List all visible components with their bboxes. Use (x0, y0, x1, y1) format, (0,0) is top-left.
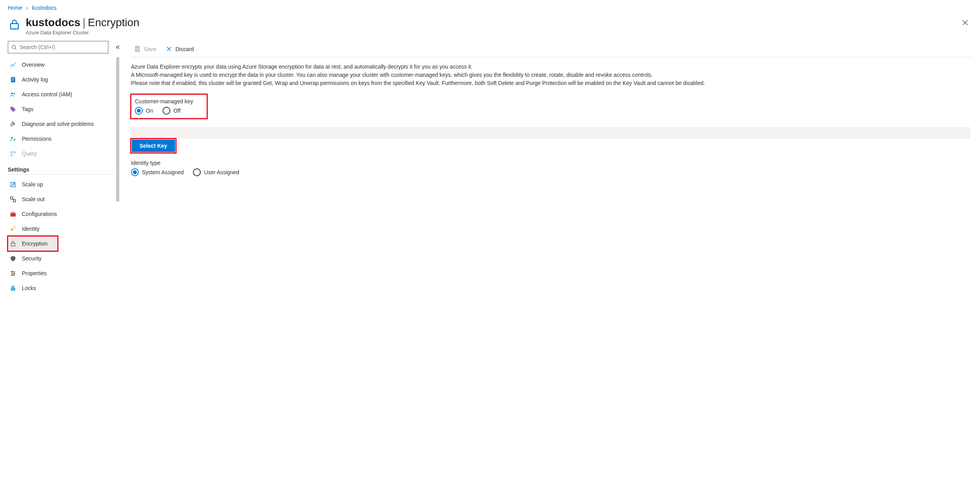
svg-rect-21 (136, 46, 139, 48)
svg-rect-14 (11, 213, 16, 216)
svg-rect-0 (11, 24, 18, 29)
radio-icon (193, 168, 201, 176)
sidebar-item-overview[interactable]: Overview (8, 57, 122, 72)
collapse-sidebar-button[interactable] (114, 43, 122, 51)
sidebar-item-configurations[interactable]: Configurations (8, 207, 122, 221)
svg-rect-22 (136, 49, 139, 51)
radio-label: Off (173, 108, 180, 114)
radio-icon (131, 168, 139, 176)
svg-rect-2 (11, 77, 15, 82)
breadcrumb-home[interactable]: Home (8, 5, 22, 11)
sidebar-item-label: Configurations (22, 211, 57, 217)
svg-point-7 (14, 139, 15, 140)
lock-small-icon (9, 240, 16, 247)
sidebar-item-label: Encryption (22, 241, 48, 247)
sidebar-item-identity[interactable]: Identity (8, 221, 122, 236)
svg-point-1 (12, 45, 16, 48)
sidebar-item-label: Security (22, 255, 42, 262)
svg-rect-12 (11, 197, 13, 199)
svg-rect-9 (13, 151, 15, 153)
discard-button[interactable]: Discard (163, 44, 197, 54)
sidebar-item-label: Query (22, 150, 37, 157)
search-box[interactable] (8, 41, 108, 53)
sidebar-item-label: Properties (22, 270, 47, 276)
close-icon (962, 19, 969, 26)
radio-label: User Assigned (204, 169, 239, 175)
radio-cmk-on[interactable]: On (135, 107, 153, 115)
radio-identity-system[interactable]: System Assigned (131, 168, 184, 176)
sidebar-item-label: Permissions (22, 136, 51, 142)
sidebar-item-permissions[interactable]: Permissions (8, 131, 122, 146)
page-title-section: Encryption (88, 16, 139, 28)
radio-label: System Assigned (142, 169, 184, 175)
people-key-icon (9, 135, 16, 142)
svg-point-6 (11, 137, 12, 138)
svg-point-5 (11, 108, 12, 108)
search-input[interactable] (19, 44, 105, 50)
breadcrumb: Home › kustodocs (0, 0, 980, 14)
sidebar-item-tags[interactable]: Tags (8, 102, 122, 117)
sidebar-item-security[interactable]: Security (8, 251, 122, 266)
identity-type-label: Identity type (131, 160, 971, 166)
sidebar-item-query[interactable]: Query (8, 146, 122, 161)
cmk-toggle-group: Customer-managed key On Off (131, 94, 207, 118)
sidebar-item-scale-out[interactable]: Scale out (8, 192, 122, 207)
radio-icon (135, 107, 143, 115)
svg-rect-10 (11, 154, 12, 156)
discard-label: Discard (175, 46, 194, 52)
close-button[interactable] (960, 17, 971, 28)
save-button: Save (131, 44, 159, 54)
identity-type-group: Identity type System Assigned User Assig… (131, 160, 971, 176)
sidebar-item-properties[interactable]: Properties (8, 266, 122, 281)
cmk-label: Customer-managed key (135, 98, 193, 104)
svg-point-4 (13, 93, 15, 94)
lock-icon (8, 18, 21, 31)
radio-cmk-off[interactable]: Off (163, 107, 180, 115)
shield-icon (9, 255, 16, 262)
people-icon (9, 91, 16, 98)
lock-open-icon (9, 285, 16, 292)
svg-rect-16 (11, 243, 15, 246)
scale-up-icon (9, 181, 16, 188)
placeholder-band (131, 127, 971, 139)
sidebar-item-diagnose[interactable]: Diagnose and solve problems (8, 117, 122, 131)
radio-label: On (146, 108, 153, 114)
sidebar-item-locks[interactable]: Locks (8, 281, 122, 295)
tag-icon (9, 106, 16, 113)
save-label: Save (144, 46, 156, 52)
sidebar-item-label: Identity (22, 226, 39, 232)
sidebar-item-label: Overview (22, 62, 44, 68)
svg-rect-8 (11, 151, 12, 153)
svg-rect-13 (13, 200, 16, 202)
breadcrumb-resource[interactable]: kustodocs (32, 5, 57, 11)
scale-out-icon (9, 196, 16, 203)
select-key-button[interactable]: Select Key (132, 140, 175, 152)
svg-point-19 (12, 274, 13, 276)
sidebar-item-access-control[interactable]: Access control (IAM) (8, 87, 122, 102)
sliders-icon (9, 270, 16, 277)
radio-identity-user[interactable]: User Assigned (193, 168, 239, 176)
sidebar-item-label: Scale up (22, 181, 43, 187)
page-subtitle: Azure Data Explorer Cluster (26, 30, 140, 35)
page-header: kustodocs|Encryption Azure Data Explorer… (0, 14, 980, 41)
wrench-icon (9, 120, 16, 127)
sidebar-item-label: Locks (22, 285, 36, 291)
query-icon (9, 150, 16, 157)
sidebar-item-label: Activity log (22, 76, 48, 83)
sidebar-item-encryption[interactable]: Encryption (8, 236, 58, 251)
page-title: kustodocs|Encryption (26, 16, 140, 29)
sidebar-item-activity-log[interactable]: Activity log (8, 72, 122, 87)
radio-icon (163, 107, 170, 115)
sidebar-item-scale-up[interactable]: Scale up (8, 177, 122, 192)
sidebar-item-label: Scale out (22, 196, 44, 202)
svg-point-18 (13, 273, 14, 274)
content: Save Discard Azure Data Explorer encrypt… (122, 41, 980, 295)
search-icon (11, 44, 17, 50)
chevron-right-icon: › (26, 5, 28, 11)
command-bar: Save Discard (131, 41, 971, 57)
description-line: Please note that if enabled, this cluste… (131, 79, 971, 87)
svg-point-3 (11, 92, 12, 94)
sidebar: Overview Activity log Access control (IA… (0, 41, 122, 295)
svg-rect-20 (11, 288, 15, 290)
chevron-double-left-icon (115, 44, 120, 50)
